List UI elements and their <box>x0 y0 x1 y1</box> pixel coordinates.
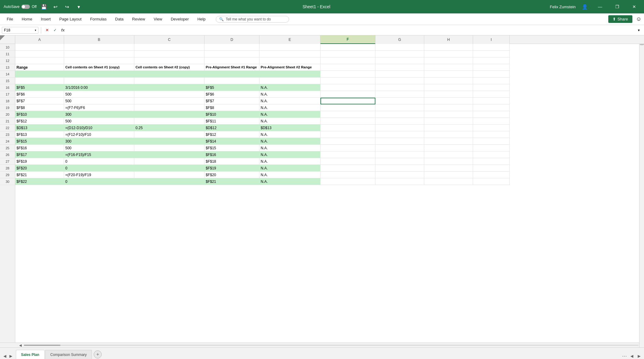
tab-scroll-left[interactable]: ◄ <box>629 354 634 359</box>
feedback-icon[interactable]: ☺ <box>636 16 642 22</box>
name-box-arrow[interactable]: ▾ <box>35 29 36 32</box>
menu-view[interactable]: View <box>149 15 166 23</box>
row-num-12[interactable]: 12 <box>0 57 15 64</box>
cell-g23[interactable] <box>375 131 424 138</box>
col-header-a[interactable]: A <box>15 35 64 44</box>
cell-h22[interactable] <box>424 125 473 131</box>
cell-a30[interactable]: $F$22 <box>15 178 64 185</box>
cell-g10[interactable] <box>375 44 424 51</box>
cell-i13[interactable] <box>473 64 510 71</box>
cell-d27[interactable]: $F$18 <box>204 158 259 165</box>
cell-h23[interactable] <box>424 131 473 138</box>
cell-e20[interactable]: N.A. <box>259 111 320 118</box>
cell-d30[interactable]: $F$21 <box>204 178 259 185</box>
menu-file[interactable]: File <box>2 15 17 23</box>
cell-e18[interactable]: N.A. <box>259 98 320 104</box>
cell-d23[interactable]: $F$12 <box>204 131 259 138</box>
cell-f11[interactable] <box>320 51 375 57</box>
menu-data[interactable]: Data <box>111 15 128 23</box>
row-num-10[interactable]: 10 <box>0 44 15 51</box>
menu-insert[interactable]: Insert <box>37 15 55 23</box>
cell-d19[interactable]: $F$8 <box>204 104 259 111</box>
row-num-14[interactable]: 14 <box>0 71 15 78</box>
cell-d18[interactable]: $F$7 <box>204 98 259 104</box>
cell-c24[interactable] <box>134 138 204 145</box>
cell-b30[interactable]: 0 <box>64 178 134 185</box>
cell-c27[interactable] <box>134 158 204 165</box>
row-num-15[interactable]: 15 <box>0 78 15 84</box>
cell-c10[interactable] <box>134 44 204 51</box>
cell-b11[interactable] <box>64 51 134 57</box>
col-header-f[interactable]: F <box>320 35 375 44</box>
cell-b27[interactable]: 0 <box>64 158 134 165</box>
horizontal-scrollbar[interactable]: ◄ ► <box>0 343 644 347</box>
cell-h27[interactable] <box>424 158 473 165</box>
cell-g20[interactable] <box>375 111 424 118</box>
cell-h16[interactable] <box>424 84 473 91</box>
minimize-button[interactable]: — <box>594 0 606 13</box>
cell-e11[interactable] <box>259 51 320 57</box>
row-num-21[interactable]: 21 <box>0 118 15 125</box>
cell-c21[interactable] <box>134 118 204 125</box>
cell-a19[interactable]: $F$8 <box>15 104 64 111</box>
cell-g22[interactable] <box>375 125 424 131</box>
cell-f24[interactable] <box>320 138 375 145</box>
cell-i17[interactable] <box>473 91 510 98</box>
menu-page-layout[interactable]: Page Layout <box>55 15 86 23</box>
cell-c18[interactable] <box>134 98 204 104</box>
row-num-26[interactable]: 26 <box>0 151 15 158</box>
cell-h13[interactable] <box>424 64 473 71</box>
save-icon[interactable]: 💾 <box>40 2 48 11</box>
row-num-16[interactable]: 16 <box>0 84 15 91</box>
cell-i26[interactable] <box>473 151 510 158</box>
cell-e29[interactable]: N.A. <box>259 172 320 178</box>
row-num-19[interactable]: 19 <box>0 104 15 111</box>
cell-d22[interactable]: $D$12 <box>204 125 259 131</box>
cell-e19[interactable]: N.A. <box>259 104 320 111</box>
cell-a21[interactable]: $F$12 <box>15 118 64 125</box>
cell-f23[interactable] <box>320 131 375 138</box>
close-button[interactable]: ✕ <box>628 0 640 13</box>
cell-e13[interactable]: Pre-Alignment Sheet #2 Range <box>259 64 320 71</box>
cell-c14[interactable] <box>134 71 204 78</box>
cell-c17[interactable] <box>134 91 204 98</box>
cell-c26[interactable] <box>134 151 204 158</box>
row-num-20[interactable]: 20 <box>0 111 15 118</box>
search-box[interactable]: 🔍 Tell me what you want to do <box>216 16 289 23</box>
cell-a24[interactable]: $F$15 <box>15 138 64 145</box>
cell-f28[interactable] <box>320 165 375 172</box>
fx-icon[interactable]: fx <box>60 27 66 34</box>
cell-d24[interactable]: $F$14 <box>204 138 259 145</box>
cell-c19[interactable] <box>134 104 204 111</box>
cell-b25[interactable]: 500 <box>64 145 134 151</box>
cell-i15[interactable] <box>473 78 510 84</box>
cell-g19[interactable] <box>375 104 424 111</box>
cell-g26[interactable] <box>375 151 424 158</box>
cell-a14[interactable] <box>15 71 64 78</box>
cell-f15[interactable] <box>320 78 375 84</box>
cell-e26[interactable]: N.A. <box>259 151 320 158</box>
cell-g29[interactable] <box>375 172 424 178</box>
cell-g12[interactable] <box>375 57 424 64</box>
menu-home[interactable]: Home <box>17 15 37 23</box>
col-header-b[interactable]: B <box>64 35 134 44</box>
tab-sales-plan[interactable]: Sales Plan <box>16 350 45 359</box>
cell-e25[interactable]: N.A. <box>259 145 320 151</box>
cell-e24[interactable]: N.A. <box>259 138 320 145</box>
cell-e10[interactable] <box>259 44 320 51</box>
cell-i14[interactable] <box>473 71 510 78</box>
cell-e27[interactable]: N.A. <box>259 158 320 165</box>
customize-icon[interactable]: ▾ <box>74 2 83 11</box>
cell-h25[interactable] <box>424 145 473 151</box>
cell-d21[interactable]: $F$11 <box>204 118 259 125</box>
cell-a25[interactable]: $F$16 <box>15 145 64 151</box>
cell-h19[interactable] <box>424 104 473 111</box>
menu-review[interactable]: Review <box>128 15 150 23</box>
row-num-30[interactable]: 30 <box>0 178 15 185</box>
cell-d14[interactable] <box>204 71 259 78</box>
cell-c29[interactable] <box>134 172 204 178</box>
col-header-e[interactable]: E <box>259 35 320 44</box>
cell-i20[interactable] <box>473 111 510 118</box>
cell-g15[interactable] <box>375 78 424 84</box>
cell-b18[interactable]: 500 <box>64 98 134 104</box>
